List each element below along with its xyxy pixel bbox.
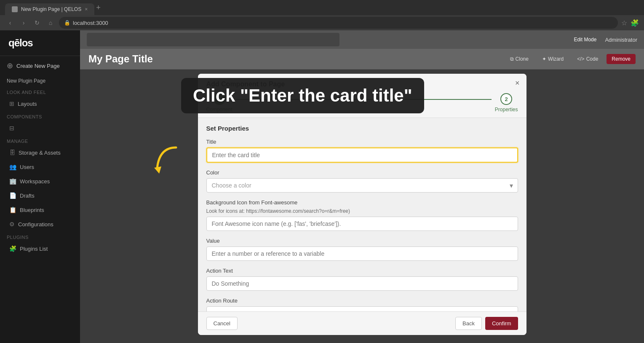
layouts-icon: ⊞ bbox=[9, 100, 14, 107]
bg-icon-hint: Look for icons at: https://fontawesome.c… bbox=[206, 208, 518, 214]
step-component: ✓ Component bbox=[206, 93, 232, 113]
create-new-page-label: Create New Page bbox=[16, 63, 60, 69]
sidebar-item-configurations[interactable]: ⚙ Configurations bbox=[3, 217, 77, 231]
add-component-modal: Add Component to Page × ✓ Component 2 bbox=[198, 74, 526, 335]
action-text-input[interactable] bbox=[206, 276, 518, 291]
action-route-form-group: Action Route bbox=[206, 297, 518, 311]
step-properties: 2 Properties bbox=[495, 93, 518, 113]
sidebar-item-users-label: Users bbox=[20, 164, 34, 170]
tab-close-button[interactable]: × bbox=[85, 6, 88, 12]
modal-header: Add Component to Page × ✓ Component 2 bbox=[198, 74, 526, 118]
modal-body: Set Properties Title Color Choose a colo bbox=[198, 118, 526, 311]
app: qēlos ⊕ Create New Page New Plugin Page … bbox=[0, 30, 644, 343]
clone-button[interactable]: ⧉ Clone bbox=[505, 54, 534, 64]
main-toolbar: Edit Mode Administrator bbox=[80, 30, 644, 49]
bookmark-button[interactable]: ☆ bbox=[621, 19, 627, 27]
browser-chrome: New Plugin Page | QELOS × + ‹ › ↻ ⌂ 🔒 lo… bbox=[0, 0, 644, 30]
home-button[interactable]: ⌂ bbox=[45, 18, 56, 28]
confirm-button[interactable]: Confirm bbox=[485, 317, 518, 330]
modal-overlay: Click "Enter the card title" Add Compone… bbox=[80, 70, 644, 343]
wizard-label: Wizard bbox=[548, 56, 564, 62]
sidebar-item-layouts[interactable]: ⊞ Layouts bbox=[3, 97, 77, 110]
edit-mode-label: Edit Mode bbox=[574, 37, 596, 43]
sidebar-item-components[interactable]: ⊟ bbox=[3, 121, 77, 135]
sidebar-item-workspaces-label: Workspaces bbox=[20, 178, 50, 185]
edit-mode-toggle[interactable]: Edit Mode bbox=[569, 35, 601, 44]
title-label: Title bbox=[206, 139, 518, 145]
sidebar-page-label[interactable]: New Plugin Page bbox=[0, 75, 80, 86]
sidebar-item-plugins-list[interactable]: 🧩 Plugins List bbox=[3, 242, 77, 255]
remove-label: Remove bbox=[612, 56, 631, 62]
users-icon: 👥 bbox=[9, 163, 16, 170]
clone-icon: ⧉ bbox=[510, 56, 514, 62]
sidebar-item-configurations-label: Configurations bbox=[18, 221, 53, 228]
look-and-feel-section: LOOK AND FEEL bbox=[0, 86, 80, 96]
wizard-button[interactable]: ✦ Wizard bbox=[537, 54, 569, 64]
cancel-button[interactable]: Cancel bbox=[206, 317, 238, 330]
components-icon: ⊟ bbox=[9, 125, 14, 131]
search-input[interactable] bbox=[87, 33, 339, 46]
tab-bar: New Plugin Page | QELOS × + bbox=[0, 0, 644, 15]
address-bar[interactable]: 🔒 localhost:3000 bbox=[59, 17, 618, 29]
step-line bbox=[236, 99, 492, 100]
main-content: Click "Enter the card title" Add Compone… bbox=[80, 70, 644, 343]
new-tab-button[interactable]: + bbox=[96, 3, 101, 12]
sidebar: qēlos ⊕ Create New Page New Plugin Page … bbox=[0, 30, 80, 343]
sidebar-logo: qēlos bbox=[0, 30, 80, 56]
bg-icon-input[interactable] bbox=[206, 217, 518, 231]
action-route-label: Action Route bbox=[206, 297, 518, 304]
step-2-circle: 2 bbox=[500, 93, 512, 105]
plus-icon: ⊕ bbox=[7, 61, 13, 70]
sidebar-item-blueprints[interactable]: 📋 Blueprints bbox=[3, 203, 77, 217]
set-properties-title: Set Properties bbox=[206, 125, 518, 132]
value-form-group: Value bbox=[206, 238, 518, 261]
annotation-arrow bbox=[151, 143, 184, 179]
color-label: Color bbox=[206, 169, 518, 176]
toolbar-right: ☆ 🧩 bbox=[621, 19, 639, 27]
address-text: localhost:3000 bbox=[73, 20, 108, 26]
extensions-button[interactable]: 🧩 bbox=[631, 19, 639, 27]
logo-text: qēlos bbox=[8, 37, 72, 49]
sidebar-item-storage[interactable]: 🗄 Storage & Assets bbox=[3, 146, 77, 159]
configurations-icon: ⚙ bbox=[9, 221, 15, 228]
wizard-icon: ✦ bbox=[542, 56, 546, 62]
title-input[interactable] bbox=[206, 147, 518, 163]
plugins-icon: 🧩 bbox=[9, 245, 16, 252]
step-1-label: Component bbox=[206, 107, 232, 113]
color-form-group: Color Choose a color bbox=[206, 169, 518, 193]
back-button[interactable]: ‹ bbox=[5, 18, 15, 28]
sidebar-item-plugins-label: Plugins List bbox=[20, 246, 48, 252]
sidebar-item-users[interactable]: 👥 Users bbox=[3, 160, 77, 174]
storage-icon: 🗄 bbox=[9, 149, 15, 156]
back-button[interactable]: Back bbox=[455, 317, 482, 330]
code-icon: </> bbox=[577, 56, 584, 62]
forward-button[interactable]: › bbox=[19, 18, 29, 28]
sidebar-item-drafts[interactable]: 📄 Drafts bbox=[3, 189, 77, 202]
refresh-button[interactable]: ↻ bbox=[32, 18, 42, 28]
footer-right-buttons: Back Confirm bbox=[455, 317, 518, 330]
bg-icon-label: Background Icon from Font-awesome bbox=[206, 199, 518, 206]
code-button[interactable]: </> Code bbox=[572, 54, 603, 64]
sidebar-item-blueprints-label: Blueprints bbox=[20, 207, 44, 213]
modal-close-button[interactable]: × bbox=[515, 79, 520, 88]
tab-favicon bbox=[12, 6, 18, 12]
modal-footer: Cancel Back Confirm bbox=[198, 311, 526, 335]
plugins-section: PLUGINS bbox=[0, 231, 80, 241]
toolbar-right-actions: Edit Mode Administrator bbox=[569, 35, 637, 44]
create-new-page-item[interactable]: ⊕ Create New Page bbox=[0, 56, 80, 75]
remove-button[interactable]: Remove bbox=[607, 54, 636, 64]
value-input[interactable] bbox=[206, 247, 518, 261]
blueprints-icon: 📋 bbox=[9, 206, 16, 213]
sidebar-item-storage-label: Storage & Assets bbox=[19, 150, 61, 156]
admin-label: Administrator bbox=[605, 37, 637, 43]
browser-tab[interactable]: New Plugin Page | QELOS × bbox=[5, 3, 94, 15]
action-text-form-group: Action Text bbox=[206, 268, 518, 291]
sidebar-item-workspaces[interactable]: 🏢 Workspaces bbox=[3, 174, 77, 188]
color-select[interactable]: Choose a color bbox=[206, 178, 518, 193]
step-1-circle: ✓ bbox=[214, 93, 225, 105]
main-area: Edit Mode Administrator My Page Title ⧉ … bbox=[80, 30, 644, 343]
title-form-group: Title bbox=[206, 139, 518, 163]
page-title: My Page Title bbox=[88, 53, 153, 65]
clone-label: Clone bbox=[516, 56, 529, 62]
action-route-select[interactable] bbox=[206, 306, 518, 311]
